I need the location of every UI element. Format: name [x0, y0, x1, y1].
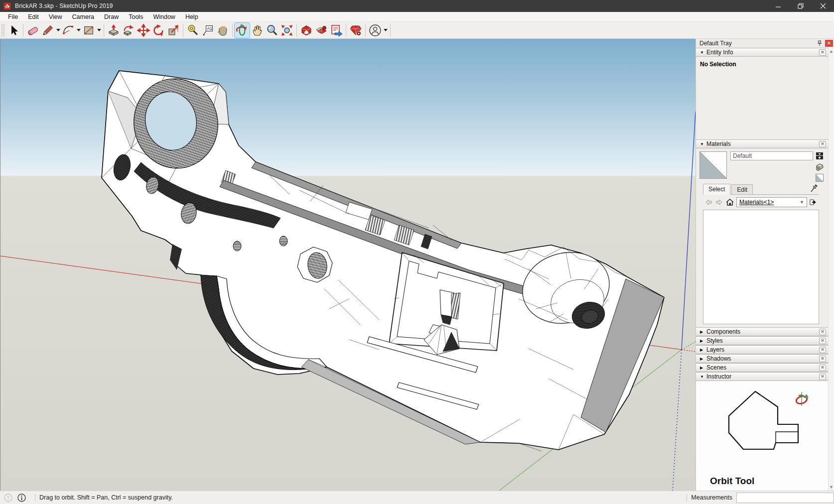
arc-tool-dropdown[interactable] [76, 23, 81, 38]
menu-help[interactable]: Help [180, 12, 203, 21]
set-default-material-icon[interactable] [815, 162, 824, 171]
home-icon[interactable] [725, 198, 734, 206]
line-tool-dropdown[interactable] [55, 23, 61, 38]
share-model-icon [315, 24, 328, 37]
section-instructor[interactable]: ▼ Instructor ✕ [696, 372, 828, 381]
menu-edit[interactable]: Edit [23, 12, 44, 21]
pan-hand-icon [251, 24, 264, 37]
menu-window[interactable]: Window [148, 12, 180, 21]
section-layers[interactable]: ▶ Layers ✕ [696, 345, 828, 354]
layers-close-button[interactable]: ✕ [819, 347, 826, 353]
scenes-close-button[interactable]: ✕ [819, 365, 826, 371]
rotate-tool-button[interactable] [151, 23, 166, 38]
scroll-down-icon[interactable]: ▼ [829, 485, 834, 490]
zoom-extents-button[interactable] [279, 23, 294, 38]
toolbar: A1 [0, 22, 834, 39]
status-hint: Drag to orbit. Shift = Pan, Ctrl = suspe… [39, 494, 173, 501]
model-canvas[interactable] [0, 39, 695, 491]
rectangle-tool-dropdown[interactable] [96, 23, 102, 38]
expand-triangle-icon: ▶ [700, 366, 706, 370]
follow-me-tool-button[interactable] [121, 23, 136, 38]
section-shadows[interactable]: ▶ Shadows ✕ [696, 354, 828, 363]
sample-paint-eyedropper-icon[interactable] [810, 184, 818, 193]
select-tool-button[interactable] [6, 23, 21, 38]
layers-label: Layers [706, 346, 819, 353]
scroll-up-icon[interactable]: ▲ [829, 49, 834, 54]
extension-warehouse-button[interactable] [348, 23, 363, 38]
tape-measure-tool-button[interactable] [185, 23, 200, 38]
tab-edit[interactable]: Edit [731, 184, 753, 194]
default-tray: Default Tray ✕ ▼ Entity Info ✕ No Select… [695, 39, 834, 491]
info-icon[interactable] [17, 494, 26, 502]
scale-tool-button[interactable] [166, 23, 181, 38]
default-swatch-icon[interactable] [816, 174, 824, 182]
instructor-close-button[interactable]: ✕ [819, 374, 826, 380]
tray-close-button[interactable]: ✕ [825, 40, 833, 47]
materials-close-button[interactable]: ✕ [819, 141, 826, 147]
zoom-extents-icon [280, 24, 293, 37]
material-preview [699, 151, 727, 179]
extension-warehouse-icon [349, 24, 362, 37]
menu-file[interactable]: File [3, 12, 23, 21]
menu-draw[interactable]: Draw [99, 12, 124, 21]
material-name-field[interactable] [730, 151, 813, 160]
orbit-glyph-icon [795, 392, 809, 406]
tab-select[interactable]: Select [703, 184, 730, 195]
section-components[interactable]: ▶ Components ✕ [696, 327, 828, 336]
viewport[interactable] [0, 39, 695, 491]
sign-in-dropdown[interactable] [383, 23, 388, 38]
styles-close-button[interactable]: ✕ [819, 338, 826, 344]
close-button[interactable] [812, 0, 834, 12]
account-icon [369, 24, 382, 37]
create-material-icon[interactable] [816, 152, 824, 160]
follow-me-icon [122, 24, 135, 37]
select-arrow-icon [7, 24, 19, 36]
rectangle-tool-button[interactable] [81, 23, 96, 38]
line-tool-button[interactable] [40, 23, 55, 38]
section-scenes[interactable]: ▶ Scenes ✕ [696, 363, 828, 372]
paint-bucket-tool-button[interactable] [215, 23, 230, 38]
menu-camera[interactable]: Camera [67, 12, 99, 21]
entity-info-body: No Selection [696, 57, 828, 139]
sketchup-logo-icon [3, 2, 11, 10]
menu-tools[interactable]: Tools [124, 12, 148, 21]
section-styles[interactable]: ▶ Styles ✕ [696, 336, 828, 345]
styles-label: Styles [706, 337, 819, 344]
window-title: BrickAR 3.skp - SketchUp Pro 2019 [15, 2, 113, 9]
move-tool-button[interactable] [136, 23, 151, 38]
section-entity-info[interactable]: ▼ Entity Info ✕ [696, 48, 828, 57]
menu-view[interactable]: View [44, 12, 67, 21]
eraser-tool-button[interactable] [25, 23, 40, 38]
text-tool-button[interactable]: A1 [200, 23, 215, 38]
shadows-close-button[interactable]: ✕ [819, 356, 826, 362]
components-close-button[interactable]: ✕ [819, 329, 826, 335]
tray-title: Default Tray [699, 40, 816, 47]
orbit-tool-button[interactable] [235, 23, 250, 38]
details-arrow-icon[interactable] [809, 198, 817, 206]
arc-tool-button[interactable] [61, 23, 76, 38]
entity-info-close-button[interactable]: ✕ [819, 49, 826, 56]
minimize-button[interactable] [767, 0, 789, 12]
geolocation-help-icon[interactable]: ? [4, 494, 12, 502]
zoom-tool-button[interactable] [265, 23, 279, 38]
push-pull-tool-button[interactable] [106, 23, 121, 38]
materials-list[interactable] [703, 210, 819, 324]
tray-scrollbar[interactable]: ▲ ▼ [828, 48, 834, 491]
section-materials[interactable]: ▼ Materials ✕ [696, 139, 828, 148]
chevron-down-icon: ▼ [800, 200, 807, 205]
measurements-input[interactable] [736, 493, 834, 503]
share-model-button[interactable] [314, 23, 329, 38]
svg-text:?: ? [7, 495, 10, 501]
pan-tool-button[interactable] [250, 23, 265, 38]
3d-warehouse-button[interactable] [299, 23, 314, 38]
expand-triangle-icon: ▶ [700, 339, 706, 343]
back-arrow-icon[interactable] [704, 199, 713, 206]
sign-in-button[interactable] [368, 23, 383, 38]
forward-arrow-icon[interactable] [715, 199, 723, 206]
paint-bucket-icon [216, 24, 229, 37]
restore-button[interactable] [789, 0, 812, 12]
materials-collection-dropdown[interactable]: Materials<1> ▼ [736, 197, 807, 207]
arc-icon [62, 24, 75, 37]
pin-icon[interactable] [816, 40, 824, 47]
send-to-layout-button[interactable] [329, 23, 344, 38]
